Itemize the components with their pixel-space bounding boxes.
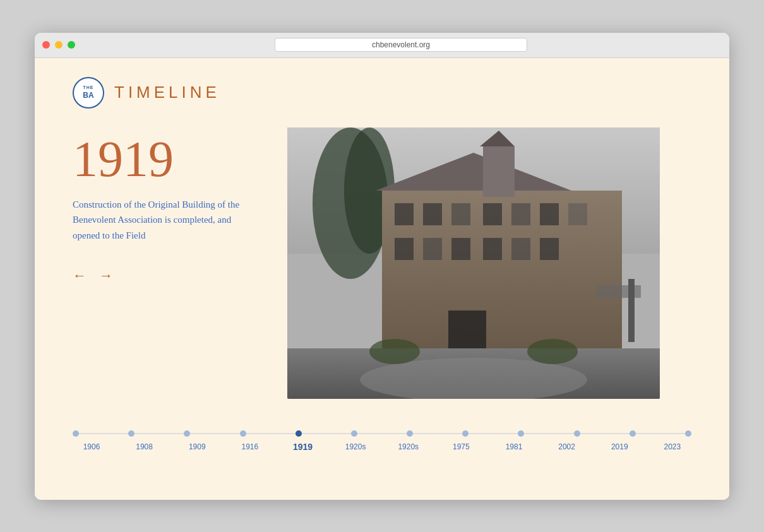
svg-rect-21	[448, 310, 486, 348]
timeline-label-1920s[interactable]: 1920s	[390, 442, 427, 451]
svg-point-25	[527, 339, 578, 364]
timeline-dot-1919[interactable]	[295, 430, 302, 437]
left-panel: 1919 Construction of the Original Buildi…	[73, 127, 249, 283]
timeline-dot-1920s[interactable]	[351, 430, 357, 437]
browser-chrome: chbenevolent.org	[35, 33, 729, 58]
svg-rect-13	[423, 238, 442, 260]
url-bar[interactable]: chbenevolent.org	[275, 38, 527, 52]
photo-svg	[287, 127, 660, 399]
timeline-dot-1920s[interactable]	[407, 430, 413, 437]
svg-rect-9	[511, 203, 530, 225]
timeline-label-2002[interactable]: 2002	[548, 442, 586, 451]
browser-window: chbenevolent.org THE BA TIMELINE 1919 Co…	[35, 33, 729, 500]
logo: THE BA	[73, 77, 104, 109]
description-text: Construction of the Original Building of…	[73, 197, 249, 244]
logo-text: THE BA	[83, 85, 93, 100]
timeline-label-1981[interactable]: 1981	[495, 442, 533, 451]
svg-rect-14	[451, 238, 470, 260]
page-content: THE BA TIMELINE 1919 Construction of the…	[35, 58, 729, 500]
timeline-dots-container	[73, 430, 691, 437]
minimize-dot[interactable]	[55, 41, 63, 49]
svg-rect-17	[540, 238, 559, 260]
nav-arrows: ← →	[73, 269, 249, 283]
photo-panel	[287, 127, 691, 399]
svg-rect-27	[628, 279, 635, 342]
timeline-dot-1916[interactable]	[240, 430, 246, 437]
svg-rect-15	[483, 238, 502, 260]
svg-rect-16	[511, 238, 530, 260]
timeline-label-1919[interactable]: 1919	[284, 442, 322, 452]
main-layout: 1919 Construction of the Original Buildi…	[73, 127, 691, 399]
timeline-label-1916[interactable]: 1916	[231, 442, 269, 451]
timeline-label-2019[interactable]: 2019	[600, 442, 638, 451]
timeline-label-2023[interactable]: 2023	[654, 442, 691, 451]
timeline-label-1975[interactable]: 1975	[442, 442, 480, 451]
page-title: TIMELINE	[114, 83, 220, 102]
url-text: chbenevolent.org	[372, 40, 430, 49]
header: THE BA TIMELINE	[73, 77, 691, 109]
svg-rect-7	[451, 203, 470, 225]
timeline-section: 190619081909191619191920s1920s1975198120…	[73, 424, 691, 452]
timeline-dot-1981[interactable]	[518, 430, 524, 437]
timeline-dot-1908[interactable]	[128, 430, 134, 437]
prev-button[interactable]: ←	[73, 269, 87, 283]
svg-point-24	[369, 339, 420, 364]
timeline-label-1908[interactable]: 1908	[126, 442, 164, 451]
timeline-dot-2002[interactable]	[574, 430, 580, 437]
svg-rect-8	[483, 203, 502, 225]
svg-rect-11	[568, 203, 587, 225]
close-dot[interactable]	[42, 41, 50, 49]
historic-photo	[287, 127, 660, 399]
timeline-dot-1906[interactable]	[73, 430, 79, 437]
timeline-dot-1909[interactable]	[184, 430, 190, 437]
svg-rect-6	[423, 203, 442, 225]
timeline-label-1906[interactable]: 1906	[73, 442, 110, 451]
timeline-label-1920s[interactable]: 1920s	[337, 442, 374, 451]
svg-rect-10	[540, 203, 559, 225]
svg-rect-19	[483, 146, 515, 197]
timeline-dot-1975[interactable]	[462, 430, 469, 437]
svg-rect-5	[395, 203, 414, 225]
maximize-dot[interactable]	[68, 41, 75, 49]
timeline-labels: 190619081909191619191920s1920s1975198120…	[73, 442, 691, 452]
timeline-label-1909[interactable]: 1909	[178, 442, 216, 451]
svg-rect-12	[395, 238, 414, 260]
timeline-dot-2023[interactable]	[685, 430, 691, 437]
timeline-dot-2019[interactable]	[630, 430, 636, 437]
year-display: 1919	[73, 134, 249, 184]
next-button[interactable]: →	[99, 269, 113, 283]
